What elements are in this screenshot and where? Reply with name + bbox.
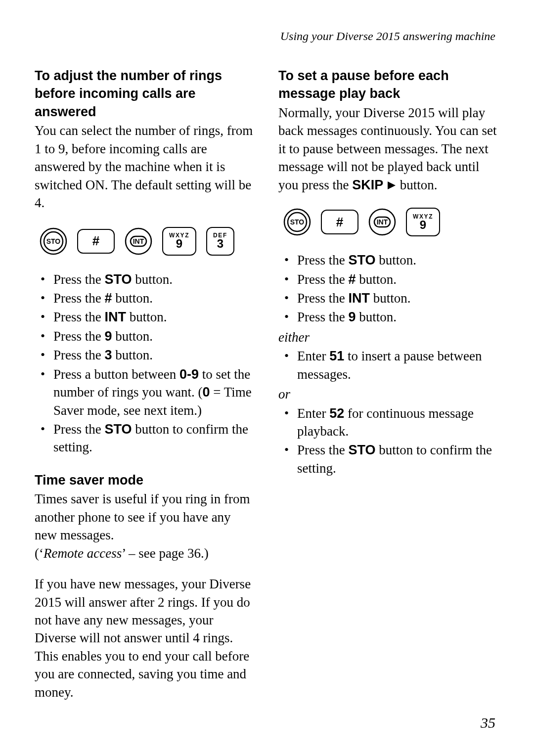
section-time-saver: Time saver mode Times saver is useful if… xyxy=(35,471,256,562)
nine-key-icon: WXYZ 9 xyxy=(406,208,440,236)
or-label: or xyxy=(278,385,499,403)
step-item: Enter 52 for continuous message playback… xyxy=(283,404,499,441)
int-key-icon: INT xyxy=(368,208,396,236)
int-key-icon: INT xyxy=(125,227,152,255)
step-list: Press the STO button. Press the # button… xyxy=(40,270,256,456)
manual-page: Using your Diverse 2015 answering machin… xyxy=(0,0,534,756)
sto-key-icon: STO xyxy=(283,208,311,236)
running-head: Using your Diverse 2015 answering machin… xyxy=(35,30,499,43)
step-item: Press the # button. xyxy=(283,270,499,288)
step-item: Press the STO button to confirm the sett… xyxy=(283,441,499,477)
sto-key-icon: STO xyxy=(40,227,67,255)
left-column: To adjust the number of rings before inc… xyxy=(35,67,256,701)
page-number: 35 xyxy=(481,714,495,731)
svg-text:STO: STO xyxy=(290,218,305,226)
step-item: Press the INT button. xyxy=(283,289,499,307)
svg-text:STO: STO xyxy=(46,237,61,245)
step-item: Press the STO button. xyxy=(283,251,499,269)
remote-access-ref: Remote access xyxy=(44,546,122,561)
section-adjust-rings: To adjust the number of rings before inc… xyxy=(35,67,256,212)
step-item: Press the 9 button. xyxy=(283,308,499,326)
nine-key-icon: WXYZ 9 xyxy=(162,227,196,256)
either-label: either xyxy=(278,328,499,346)
section-set-pause: To set a pause before each message play … xyxy=(278,67,499,195)
step-item: Enter 51 to insert a pause between messa… xyxy=(283,347,499,383)
step-item: Press the STO button. xyxy=(40,270,256,288)
step-list: Enter 52 for continuous message playback… xyxy=(283,404,499,478)
section-heading: To set a pause before each message play … xyxy=(278,67,499,103)
hash-key-icon: # xyxy=(77,229,115,254)
key-sequence-row: STO # INT WXYZ 9 DEF 3 xyxy=(40,227,256,256)
section-body: Times saver is useful if you ring in fro… xyxy=(35,490,256,562)
step-item: Press a button between 0-9 to set the nu… xyxy=(40,365,256,419)
right-column: To set a pause before each message play … xyxy=(278,67,499,701)
step-item: Press the 9 button. xyxy=(40,327,256,345)
step-item: Press the STO button to confirm the sett… xyxy=(40,420,256,456)
step-list: Enter 51 to insert a pause between messa… xyxy=(283,347,499,383)
play-icon xyxy=(387,177,397,195)
section-heading: Time saver mode xyxy=(35,471,256,489)
step-item: Press the INT button. xyxy=(40,308,256,326)
step-item: Press the # button. xyxy=(40,289,256,307)
svg-marker-6 xyxy=(388,181,396,189)
step-item: Press the 3 button. xyxy=(40,346,256,364)
body-text: Times saver is useful if you ring in fro… xyxy=(35,491,250,542)
section-intro: You can select the number of rings, from… xyxy=(35,123,253,210)
section-body: If you have new messages, your Diverse 2… xyxy=(35,575,256,701)
key-sequence-row: STO # INT WXYZ 9 xyxy=(283,208,499,236)
svg-text:INT: INT xyxy=(377,218,388,226)
three-key-icon: DEF 3 xyxy=(206,227,234,256)
section-heading: To adjust the number of rings before inc… xyxy=(35,67,256,121)
step-list: Press the STO button. Press the # button… xyxy=(283,251,499,326)
svg-text:INT: INT xyxy=(133,237,144,245)
hash-key-icon: # xyxy=(321,210,358,234)
section-intro: Normally, your Diverse 2015 will play ba… xyxy=(278,105,496,192)
two-column-layout: To adjust the number of rings before inc… xyxy=(35,67,499,701)
